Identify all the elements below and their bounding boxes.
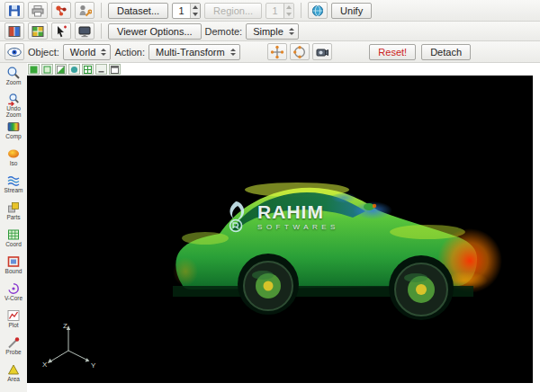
action-select[interactable]: Multi-Transform [148,44,240,60]
undo-zoom-icon [6,93,21,106]
tools-button[interactable] [75,2,94,19]
probe-icon [6,335,21,350]
sphere-toggle-button[interactable] [68,64,80,75]
cursor-icon [54,24,68,39]
save-button[interactable] [4,2,24,19]
region-number-stepper[interactable]: 1 [266,3,294,19]
shading-toggle-button[interactable] [55,64,67,75]
stepper-up-icon[interactable] [284,4,293,11]
stepper-up-icon[interactable] [191,4,200,11]
transform-mode-buttons [267,43,332,60]
dataset-number-value: 1 [173,4,190,18]
demote-selected-value: Simple [253,26,284,37]
display-button[interactable] [75,22,94,40]
sidebar-item-plot[interactable]: Plot [1,307,27,334]
object-label: Object: [28,47,59,58]
sidebar-item-stream[interactable]: Stream [1,173,27,200]
print-button[interactable] [28,2,48,19]
area-icon [6,362,21,377]
dataset-button[interactable]: Dataset... [108,3,168,19]
stepper-arrows[interactable] [284,4,293,18]
sidebar-item-bound[interactable]: Bound [1,254,27,281]
monitor-icon [77,24,92,39]
detach-button[interactable]: Detach [421,44,471,60]
sidebar-item-label: Coord [5,242,22,248]
sidebar-item-label: Iso [10,161,18,167]
sidebar-item-comp[interactable]: Comp [1,119,27,146]
pick-button[interactable] [51,22,71,40]
rotate-icon [292,45,307,59]
main-toolbar: Dataset... 1 Region... 1 Unify [0,0,540,22]
sidebar-item-label: Parts [6,215,20,221]
sidebar-item-iso[interactable]: Iso [1,146,27,173]
toolbar-separator [101,3,102,18]
sidebar-item-label: Probe [5,350,21,356]
eye-icon [6,45,22,59]
split-layout-icon [7,24,22,39]
parts-icon [6,200,21,215]
car-cfd-model [27,76,533,383]
combo-arrows-icon [101,49,106,56]
tool-sidebar: Zoom Undo Zoom [0,63,27,392]
sidebar-item-label: Stream [4,188,23,194]
mesh-toggle-button[interactable] [82,64,94,75]
molecule-icon [54,4,68,18]
print-icon [31,4,45,18]
minimize-button[interactable] [95,64,107,75]
plane-outline-icon [43,66,51,74]
snapshot-button[interactable] [312,43,332,60]
sidebar-item-area[interactable]: Area [1,361,27,388]
sidebar-item-coord[interactable]: Coord [1,227,27,254]
sidebar-item-parts[interactable]: Parts [1,200,27,227]
combo-arrows-icon [289,28,294,35]
layout-split-button[interactable] [4,22,24,40]
visibility-button[interactable] [4,43,24,60]
object-selected-value: World [70,47,96,58]
layout-quad-button[interactable] [28,22,48,40]
demote-label: Demote: [205,26,243,37]
sidebar-item-vcore[interactable]: V-Core [1,281,27,307]
boundary-surface-icon [6,254,21,269]
unify-button[interactable]: Unify [331,3,372,19]
move-pad-icon [270,45,284,59]
rotate-button[interactable] [290,43,310,60]
stepper-down-icon[interactable] [284,11,293,18]
quad-layout-icon [31,24,45,39]
stepper-arrows[interactable] [190,4,200,18]
rear-wheel [244,262,292,310]
sidebar-item-zoom[interactable]: Zoom [1,65,27,92]
camera-icon [315,45,329,59]
computational-surface-icon [6,120,21,134]
sidebar-item-undo-zoom[interactable]: Undo Zoom [1,92,27,119]
combo-arrows-icon [230,49,236,56]
outline-toggle-button[interactable] [41,64,53,75]
mesh-icon [84,66,92,74]
region-button[interactable]: Region... [204,3,262,19]
dash-icon [97,66,105,74]
dataset-inspect-button[interactable] [51,2,71,19]
vortex-core-icon [6,281,21,296]
dataset-number-stepper[interactable]: 1 [172,3,201,19]
demote-select[interactable]: Simple [246,23,299,40]
object-select[interactable]: World [63,44,112,60]
view-control-buttons: Reset! Detach [369,44,471,60]
sync-button[interactable] [308,2,328,19]
render-viewport[interactable]: RAHIM SOFTWARES Z X Y [27,76,533,383]
surface-toggle-button[interactable] [28,64,40,75]
action-selected-value: Multi-Transform [156,47,225,58]
main-area: Zoom Undo Zoom [0,63,540,392]
viewport-mini-toolbar [27,63,533,76]
streamlines-icon [6,174,21,188]
action-label: Action: [114,47,145,58]
stepper-down-icon[interactable] [191,11,200,18]
coordinate-surface-icon [6,227,21,242]
reset-button[interactable]: Reset! [369,44,416,60]
user-wrench-icon [77,4,92,18]
sidebar-item-probe[interactable]: Probe [1,334,27,361]
viewer-options-button[interactable]: Viewer Options... [108,23,202,40]
sidebar-item-label: Area [7,377,20,383]
transform-toolbar: Object: World Action: Multi-Transform [0,41,540,63]
sidebar-item-label: Bound [5,269,22,275]
translate-button[interactable] [267,43,287,60]
panel-button[interactable] [109,64,121,75]
